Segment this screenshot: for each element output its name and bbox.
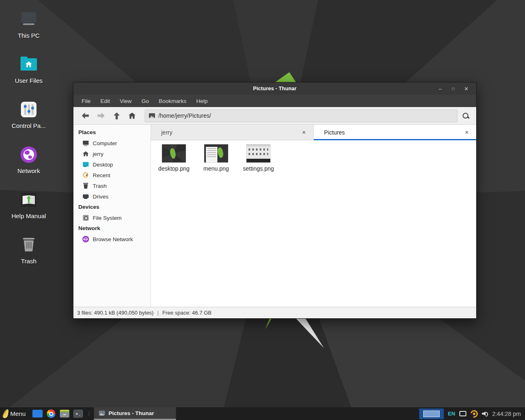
file-manager-launcher[interactable]	[59, 407, 71, 420]
tab-pictures[interactable]: Pictures ✕	[314, 125, 476, 140]
maximize-icon: □	[452, 87, 454, 91]
close-button[interactable]: ✕	[460, 82, 473, 95]
places-header: Places	[73, 127, 151, 138]
file-settings-png[interactable]: settings.png	[238, 144, 279, 172]
terminal-launcher[interactable]: >_	[72, 407, 84, 420]
trash-icon	[19, 235, 38, 254]
up-icon	[114, 112, 120, 119]
menu-view[interactable]: View	[120, 98, 132, 104]
desktop-icon-network[interactable]: Network	[9, 145, 48, 174]
sidebar-item-browse-network[interactable]: Browse Network	[73, 234, 151, 244]
desktop-icon-control-panel[interactable]: Control Pa...	[9, 100, 48, 129]
network-header: Network	[73, 223, 151, 234]
desktop-icon-user-files[interactable]: User Files	[9, 55, 48, 84]
file-desktop-png[interactable]: desktop.png	[153, 144, 194, 172]
free-space: Free space: 46.7 GB	[162, 310, 212, 316]
chrome-icon	[47, 409, 55, 418]
forward-icon	[98, 113, 105, 119]
sidebar-item-label: Trash	[93, 183, 107, 189]
up-button[interactable]	[109, 109, 124, 123]
sliders-icon	[19, 100, 38, 119]
sidebar-item-drives[interactable]: Drives	[73, 191, 151, 202]
menu-file[interactable]: File	[82, 98, 91, 104]
path-bar[interactable]: /home/jerry/Pictures/	[145, 110, 457, 122]
sidebar-item-trash[interactable]: Trash	[73, 180, 151, 191]
tab-close-icon[interactable]: ✕	[300, 129, 308, 136]
tab-label: jerry	[161, 129, 300, 136]
toolbar: /home/jerry/Pictures/	[73, 107, 476, 125]
settings-png-thumbnail	[247, 144, 270, 162]
status-separator: |	[157, 310, 158, 316]
file-cabinet-icon	[60, 410, 69, 418]
titlebar[interactable]: Pictures - Thunar – □ ✕	[73, 82, 476, 95]
file-menu-png[interactable]: menu.png	[196, 144, 237, 172]
sidebar-item-computer[interactable]: Computer	[73, 138, 151, 148]
desktop-icon-label: This PC	[9, 32, 48, 39]
back-button[interactable]	[78, 109, 93, 123]
status-bar: 3 files: 490.1 kB (490,050 bytes) | Free…	[73, 307, 476, 318]
search-icon	[463, 113, 469, 119]
forward-button[interactable]	[93, 109, 109, 123]
window-title: Pictures - Thunar	[253, 86, 297, 91]
keyboard-layout-indicator[interactable]: EN	[448, 411, 455, 417]
system-tray: EN 2:44:28 pm	[419, 409, 525, 419]
desktop-icon-help-manual[interactable]: Help Manual	[9, 190, 48, 219]
menu-edit[interactable]: Edit	[100, 98, 110, 104]
menu-help[interactable]: Help	[196, 98, 208, 104]
devices-header: Devices	[73, 202, 151, 212]
file-name: settings.png	[238, 165, 279, 172]
tab-close-icon[interactable]: ✕	[463, 129, 470, 136]
sidebar-item-label: File System	[93, 215, 122, 221]
desktop-icon-this-pc[interactable]: This PC	[9, 10, 48, 39]
menu-go[interactable]: Go	[142, 98, 149, 104]
minimize-icon: –	[438, 86, 441, 92]
image-file-icon	[99, 411, 105, 415]
task-button-label: Pictures - Thunar	[109, 410, 154, 416]
volume-icon[interactable]	[482, 411, 488, 417]
home-button[interactable]	[124, 109, 140, 123]
active-workspace	[423, 411, 440, 417]
menu-bookmarks[interactable]: Bookmarks	[159, 98, 187, 104]
chrome-launcher[interactable]	[45, 407, 57, 420]
linux-lite-feather-icon[interactable]	[2, 409, 9, 419]
computer-icon	[19, 10, 38, 29]
workspace-switcher[interactable]	[419, 409, 444, 419]
clock: 2:44:28 pm	[492, 411, 521, 417]
globe-icon	[19, 145, 38, 164]
clock-icon	[82, 172, 89, 178]
sidebar-item-file-system[interactable]: File System	[73, 212, 151, 223]
tab-jerry[interactable]: jerry ✕	[151, 125, 314, 140]
display-icon[interactable]	[459, 411, 466, 416]
tasklist-handle: ⋮	[87, 411, 92, 417]
update-notifier-icon[interactable]	[470, 410, 478, 418]
hard-disk-icon	[82, 215, 89, 221]
desktop-icon-label: Control Pa...	[9, 122, 48, 129]
close-icon: ✕	[464, 86, 469, 92]
desktop-icon-label: Help Manual	[9, 212, 48, 219]
trash-icon	[82, 183, 89, 189]
desktop-icon-trash[interactable]: Trash	[9, 235, 48, 265]
home-icon	[129, 113, 136, 119]
computer-icon	[82, 140, 89, 146]
file-list-area[interactable]: desktop.png menu.png settings.png	[151, 140, 476, 307]
thunar-window: Pictures - Thunar – □ ✕ File Edit View G…	[73, 82, 477, 319]
home-icon	[82, 151, 89, 157]
desktop-icon-label: User Files	[9, 77, 48, 84]
menubar: File Edit View Go Bookmarks Help	[73, 95, 476, 107]
window-controls: – □ ✕	[434, 82, 473, 95]
task-button-thunar[interactable]: Pictures - Thunar	[94, 407, 176, 420]
sidebar-item-jerry[interactable]: jerry	[73, 148, 151, 159]
maximize-button[interactable]: □	[447, 82, 460, 95]
show-desktop-button[interactable]	[32, 407, 44, 420]
terminal-icon: >_	[73, 410, 83, 418]
minimize-button[interactable]: –	[434, 82, 447, 95]
drive-icon	[82, 193, 89, 200]
desktop-icon	[82, 161, 89, 168]
sidebar-item-label: Recent	[93, 172, 110, 178]
current-path: /home/jerry/Pictures/	[158, 112, 211, 119]
search-button[interactable]	[457, 109, 474, 123]
home-folder-icon	[19, 55, 38, 74]
sidebar-item-recent[interactable]: Recent	[73, 170, 151, 180]
start-menu-button[interactable]: Menu	[10, 410, 26, 417]
sidebar-item-desktop[interactable]: Desktop	[73, 159, 151, 170]
